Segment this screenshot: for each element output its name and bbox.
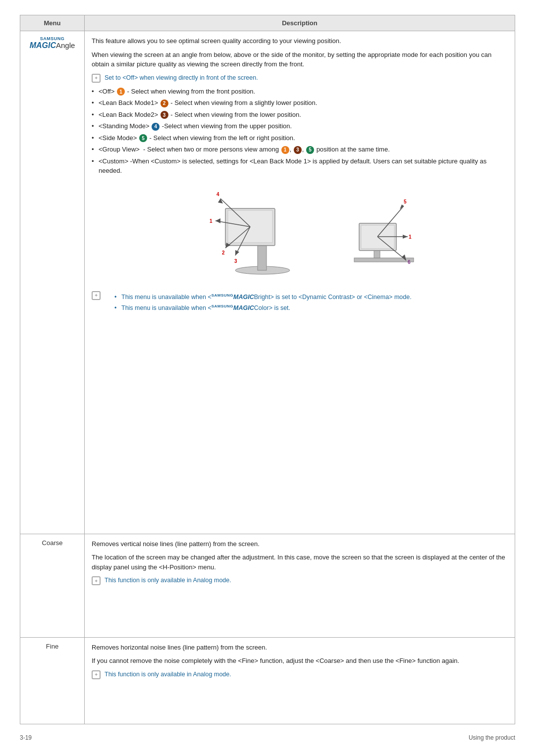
svg-text:2: 2 (222, 250, 225, 255)
svg-marker-8 (215, 218, 220, 223)
sub-note-list: This menu is unavailable when <SAMSUNGMA… (114, 293, 412, 315)
magic-inline-2: MAGIC (233, 305, 254, 312)
circle-3: 3 (160, 111, 168, 119)
svg-text:4: 4 (216, 192, 219, 197)
table-row-coarse: Coarse Removes vertical noise lines (lin… (20, 534, 515, 637)
desc-para-2: When viewing the screen at an angle from… (92, 50, 508, 69)
note-box-unavailable: ✦ This menu is unavailable when <SAMSUNG… (92, 291, 508, 317)
list-item-group: <Group View> - Select when two or more p… (92, 145, 508, 154)
coarse-note: ✦ This function is only available in Ana… (92, 576, 508, 585)
unavailable-note-1: This menu is unavailable when <SAMSUNGMA… (114, 293, 412, 302)
svg-text:1: 1 (409, 234, 412, 240)
note-set-off: ✦ Set to <Off> when viewing directly in … (92, 73, 508, 83)
samsung-inline-1: SAMSUNG (212, 293, 233, 298)
main-table: Menu Description SAMSUNG MAGICAngle This… (20, 15, 515, 724)
circle-g1: 1 (281, 146, 289, 154)
angle-label: Angle (56, 41, 75, 50)
footer-page: 3-19 (20, 734, 32, 741)
circle-4: 4 (152, 123, 160, 131)
svg-text:6: 6 (408, 259, 411, 265)
circle-2: 2 (160, 100, 168, 107)
svg-text:5: 5 (404, 199, 407, 204)
diagram-area: 4 1 2 3 (92, 184, 508, 283)
circle-1: 1 (117, 88, 125, 96)
col-desc-header: Description (85, 15, 515, 31)
coarse-label: Coarse (42, 539, 63, 547)
footer: 3-19 Using the product (20, 734, 515, 741)
svg-marker-24 (403, 235, 408, 239)
note-icon-coarse: ✦ (92, 576, 101, 585)
list-item-standing: <Standing Mode> 4 -Select when viewing f… (92, 121, 508, 131)
circle-g3: 3 (294, 146, 302, 154)
svg-text:3: 3 (234, 258, 237, 264)
unavailable-note-2: This menu is unavailable when <SAMSUNGMA… (114, 303, 412, 313)
desc-cell-angle: This feature allows you to see optimal s… (85, 31, 515, 534)
svg-marker-5 (218, 199, 223, 203)
fine-label: Fine (46, 643, 58, 650)
fine-note: ✦ This function is only available in Ana… (92, 670, 508, 679)
angle-diagram: 4 1 2 3 (181, 184, 419, 283)
svg-text:1: 1 (210, 218, 213, 224)
circle-5: 5 (139, 134, 147, 142)
coarse-para-2: The location of the screen may be change… (92, 553, 508, 572)
note-icon-fine: ✦ (92, 670, 101, 679)
magic-label: MAGIC (30, 41, 56, 50)
desc-cell-coarse: Removes vertical noise lines (line patte… (85, 534, 515, 637)
page: Menu Description SAMSUNG MAGICAngle This… (0, 0, 535, 756)
fine-para-2: If you cannot remove the noise completel… (92, 656, 508, 666)
table-row: SAMSUNG MAGICAngle This feature allows y… (20, 31, 515, 534)
list-item-lean1: <Lean Back Mode1> 2 - Select when viewin… (92, 98, 508, 108)
svg-rect-1 (258, 243, 267, 270)
desc-para-1: This feature allows you to see optimal s… (92, 36, 508, 46)
menu-cell-coarse: Coarse (20, 534, 85, 637)
list-item-custom: <Custom> -When <Custom> is selected, set… (92, 156, 508, 176)
menu-cell-angle: SAMSUNG MAGICAngle (20, 31, 85, 534)
list-item-off: <Off> 1 - Select when viewing from the f… (92, 87, 508, 97)
note-icon-2: ✦ (92, 291, 101, 300)
note-icon-1: ✦ (92, 74, 101, 83)
list-item-side: <Side Mode> 5 - Select when viewing from… (92, 133, 508, 143)
footer-section: Using the product (469, 734, 515, 741)
desc-cell-fine: Removes horizontal noise lines (line pat… (85, 637, 515, 724)
note-text-set-off: Set to <Off> when viewing directly in fr… (105, 73, 258, 83)
samsung-inline-2: SAMSUNG (212, 304, 233, 308)
menu-cell-fine: Fine (20, 637, 85, 724)
col-menu-header: Menu (20, 15, 85, 31)
list-item-lean2: <Lean Back Mode2> 3 - Select when viewin… (92, 110, 508, 120)
magic-inline-1: MAGIC (233, 294, 254, 301)
table-row-fine: Fine Removes horizontal noise lines (lin… (20, 637, 515, 724)
fine-analog-note: This function is only available in Analo… (105, 670, 231, 679)
fine-para-1: Removes horizontal noise lines (line pat… (92, 643, 508, 653)
circle-g5: 5 (306, 146, 314, 154)
coarse-para-1: Removes vertical noise lines (line patte… (92, 539, 508, 549)
samsung-label: SAMSUNG (27, 36, 77, 41)
bullet-list-angle: <Off> 1 - Select when viewing from the f… (92, 87, 508, 176)
coarse-analog-note: This function is only available in Analo… (105, 576, 231, 585)
